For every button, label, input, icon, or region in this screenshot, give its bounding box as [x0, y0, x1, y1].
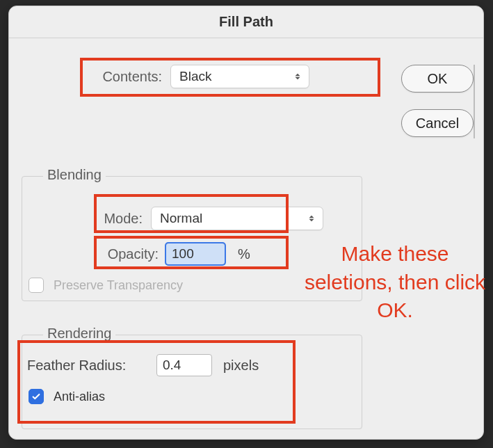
dialog-title: Fill Path — [9, 6, 483, 38]
antialias-row: Anti-alias — [29, 389, 105, 404]
rendering-legend: Rendering — [43, 326, 115, 342]
contents-value: Black — [179, 69, 211, 84]
antialias-label: Anti-alias — [54, 390, 105, 404]
feather-unit: pixels — [223, 358, 259, 374]
chevron-down-icon — [292, 71, 303, 82]
preserve-transparency-checkbox[interactable] — [29, 278, 44, 293]
cancel-button-label: Cancel — [416, 115, 459, 131]
opacity-row: Opacity: 100 % — [86, 243, 250, 265]
opacity-input[interactable]: 100 — [165, 243, 225, 265]
mode-row: Mode: Normal — [86, 207, 323, 230]
ok-button[interactable]: OK — [401, 65, 474, 93]
contents-label: Contents: — [86, 69, 162, 85]
contents-select[interactable]: Black — [170, 65, 309, 88]
feather-radius-input[interactable]: 0.4 — [156, 354, 212, 376]
blending-legend: Blending — [43, 167, 106, 183]
opacity-value: 100 — [172, 246, 194, 262]
ok-button-label: OK — [428, 71, 448, 87]
opacity-unit: % — [238, 246, 250, 262]
chevron-down-icon — [306, 213, 317, 224]
fill-path-dialog: Fill Path Contents: Black OK Cancel Blen… — [8, 6, 484, 440]
contents-row: Contents: Black — [86, 65, 309, 88]
preserve-transparency-label: Preserve Transparency — [54, 278, 183, 293]
mode-label: Mode: — [86, 211, 143, 227]
cancel-button[interactable]: Cancel — [401, 109, 474, 137]
feather-label: Feather Radius: — [27, 358, 149, 374]
button-separator — [474, 65, 475, 138]
dialog-body: Contents: Black OK Cancel Blending Mode:… — [9, 38, 483, 439]
feather-value: 0.4 — [163, 358, 181, 373]
mode-select[interactable]: Normal — [151, 207, 323, 230]
mode-value: Normal — [160, 211, 202, 226]
antialias-checkbox[interactable] — [29, 389, 44, 404]
opacity-label: Opacity: — [86, 246, 159, 262]
feather-row: Feather Radius: 0.4 pixels — [27, 354, 259, 376]
rendering-fieldset: Rendering — [22, 335, 362, 429]
preserve-transparency-row: Preserve Transparency — [29, 278, 183, 293]
